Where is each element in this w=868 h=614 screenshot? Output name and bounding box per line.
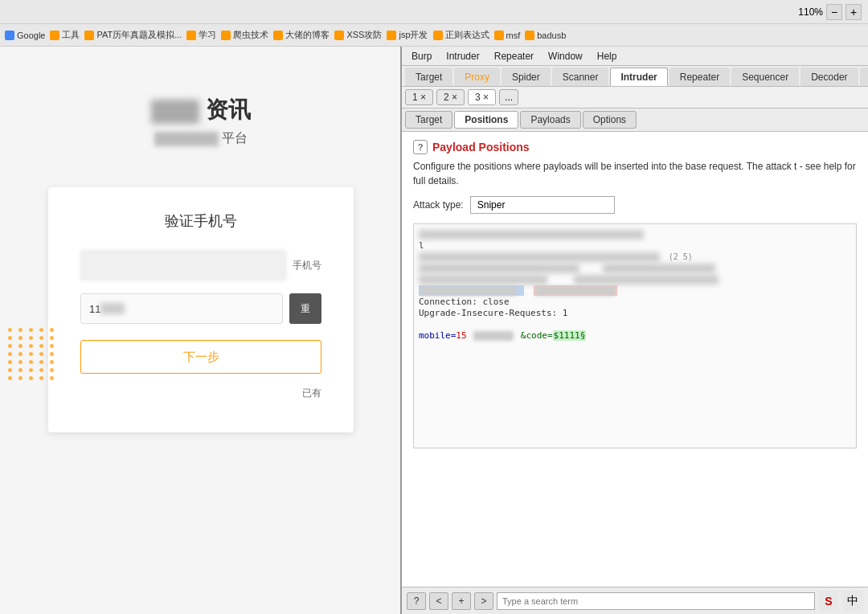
bottom-icon-s[interactable]: S bbox=[818, 591, 839, 612]
tab-intruder[interactable]: Intruder bbox=[610, 68, 667, 86]
section-description: Configure the positions where payloads w… bbox=[413, 159, 857, 188]
tab-comparer[interactable]: Comparer bbox=[860, 68, 868, 86]
section-title-row: ? Payload Positions bbox=[413, 140, 857, 154]
help-icon[interactable]: ? bbox=[413, 140, 428, 154]
code-input-wrapper[interactable]: 11 bbox=[80, 293, 283, 324]
req-mobile-value: 15 bbox=[456, 330, 466, 341]
webpage-panel: 资讯 平台 验证手机号 手机号 11 重 下一步 已有 bbox=[0, 47, 402, 614]
req-mobile-blur bbox=[473, 331, 514, 341]
logo-blur bbox=[151, 100, 199, 124]
req-blur-3 bbox=[419, 252, 660, 262]
bookmark-tools[interactable]: 工具 bbox=[50, 29, 80, 41]
req-highlight-6b bbox=[534, 285, 617, 296]
inner-tab-options[interactable]: Options bbox=[583, 111, 637, 129]
zoom-minus-button[interactable]: − bbox=[826, 4, 842, 20]
tab-target[interactable]: Target bbox=[405, 68, 452, 86]
tab-spider[interactable]: Spider bbox=[502, 68, 551, 86]
tab-proxy[interactable]: Proxy bbox=[454, 68, 500, 86]
attack-type-input[interactable] bbox=[470, 196, 615, 214]
bookmark-icon-google bbox=[5, 31, 14, 40]
menu-repeater[interactable]: Repeater bbox=[488, 49, 540, 63]
intruder-tab-more[interactable]: ... bbox=[499, 89, 518, 105]
bookmark-badusb[interactable]: badusb bbox=[525, 31, 566, 40]
phone-label: 手机号 bbox=[293, 259, 321, 272]
form-footer: 已有 bbox=[80, 387, 321, 400]
bottom-next-button[interactable]: > bbox=[474, 592, 493, 610]
bookmark-study[interactable]: 学习 bbox=[186, 29, 216, 41]
bookmark-icon-tools bbox=[50, 31, 59, 40]
bookmark-xss[interactable]: XSS攻防 bbox=[334, 29, 382, 41]
intruder-subtabs: 1 × 2 × 3 × ... bbox=[402, 87, 868, 108]
req-line-1 bbox=[419, 229, 851, 239]
bookmark-icon-jsp bbox=[387, 31, 396, 40]
req-blur-6b bbox=[535, 286, 616, 296]
req-mobile-label: mobile= bbox=[419, 330, 456, 341]
bookmark-icon-regex bbox=[433, 31, 443, 40]
s-icon-label: S bbox=[825, 595, 832, 608]
bottom-icon-zh[interactable]: 中 bbox=[842, 591, 863, 612]
page-header: 资讯 平台 bbox=[0, 47, 402, 163]
burp-panel: Burp Intruder Repeater Window Help Targe… bbox=[400, 47, 868, 614]
bookmarks-bar: Google 工具 PAT历年真题及模拟... 学习 爬虫技术 大佬的博客 XS… bbox=[0, 24, 868, 47]
inner-tab-positions[interactable]: Positions bbox=[454, 111, 518, 129]
decorative-dots bbox=[8, 328, 56, 380]
bottom-right-icons: S 中 bbox=[818, 591, 863, 612]
logo-text: 资讯 bbox=[206, 97, 251, 122]
attack-type-label: Attack type: bbox=[413, 199, 464, 211]
tab-scanner[interactable]: Scanner bbox=[552, 68, 609, 86]
bookmark-google[interactable]: Google bbox=[5, 31, 45, 40]
bookmark-blog[interactable]: 大佬的博客 bbox=[273, 29, 330, 41]
req-blur-5a bbox=[419, 275, 547, 284]
bookmark-regex[interactable]: 正则表达式 bbox=[433, 29, 489, 41]
request-editor[interactable]: l (2 5) bbox=[413, 223, 857, 448]
bookmark-icon-xss bbox=[334, 31, 344, 40]
burp-bottom-toolbar: ? < + > S 中 bbox=[402, 587, 868, 614]
menu-intruder[interactable]: Intruder bbox=[440, 49, 485, 63]
tab-sequencer[interactable]: Sequencer bbox=[731, 68, 799, 86]
tab-decoder[interactable]: Decoder bbox=[800, 68, 858, 86]
req-line-3: (2 5) bbox=[419, 252, 851, 262]
code-blur bbox=[100, 303, 125, 314]
req-payload-line: mobile=15 &code=$1111§ bbox=[419, 330, 851, 341]
tab-repeater[interactable]: Repeater bbox=[669, 68, 730, 86]
attack-type-row: Attack type: bbox=[413, 196, 857, 214]
inner-tab-target[interactable]: Target bbox=[405, 111, 452, 129]
req-blur-4a bbox=[419, 264, 579, 273]
zoom-plus-button[interactable]: + bbox=[845, 4, 862, 20]
resend-button[interactable]: 重 bbox=[289, 293, 321, 324]
phone-row: 手机号 bbox=[80, 250, 321, 280]
req-blur-4b bbox=[603, 264, 715, 273]
req-line-4 bbox=[419, 263, 851, 273]
req-line-6 bbox=[419, 285, 851, 296]
bookmark-jsp[interactable]: jsp开发 bbox=[387, 29, 428, 41]
zh-icon-label: 中 bbox=[847, 594, 858, 608]
intruder-tab-3[interactable]: 3 × bbox=[468, 89, 496, 105]
intruder-tab-2[interactable]: 2 × bbox=[436, 89, 465, 105]
bottom-search-input[interactable] bbox=[497, 592, 815, 610]
req-text-l: l bbox=[419, 240, 424, 251]
intruder-tab-1[interactable]: 1 × bbox=[405, 89, 433, 105]
bottom-add-button[interactable]: + bbox=[452, 592, 471, 610]
next-button[interactable]: 下一步 bbox=[80, 340, 321, 374]
form-title: 验证手机号 bbox=[80, 211, 321, 231]
phone-input[interactable] bbox=[80, 250, 286, 280]
req-suffix-3: (2 5) bbox=[669, 252, 693, 261]
zoom-value: 110% bbox=[798, 6, 823, 18]
inner-tab-payloads[interactable]: Payloads bbox=[520, 111, 580, 129]
bookmark-icon-blog bbox=[273, 31, 283, 40]
req-highlight-6a bbox=[419, 285, 524, 296]
req-blur-5b bbox=[574, 275, 719, 284]
menu-window[interactable]: Window bbox=[542, 49, 589, 63]
bottom-prev-button[interactable]: < bbox=[429, 592, 448, 610]
bookmark-pat[interactable]: PAT历年真题及模拟... bbox=[84, 29, 182, 41]
menu-burp[interactable]: Burp bbox=[405, 49, 438, 63]
zoom-display: 110% − + bbox=[798, 4, 862, 20]
bookmark-msf[interactable]: msf bbox=[494, 31, 521, 40]
bookmark-spider[interactable]: 爬虫技术 bbox=[221, 29, 268, 41]
bookmark-icon-msf bbox=[494, 31, 504, 40]
code-value: 11 bbox=[89, 303, 100, 315]
menu-help[interactable]: Help bbox=[591, 49, 624, 63]
bottom-help-button[interactable]: ? bbox=[407, 592, 426, 610]
burp-main-tabs: Target Proxy Spider Scanner Intruder Rep… bbox=[402, 66, 868, 87]
req-connection: Connection: close bbox=[419, 297, 851, 307]
